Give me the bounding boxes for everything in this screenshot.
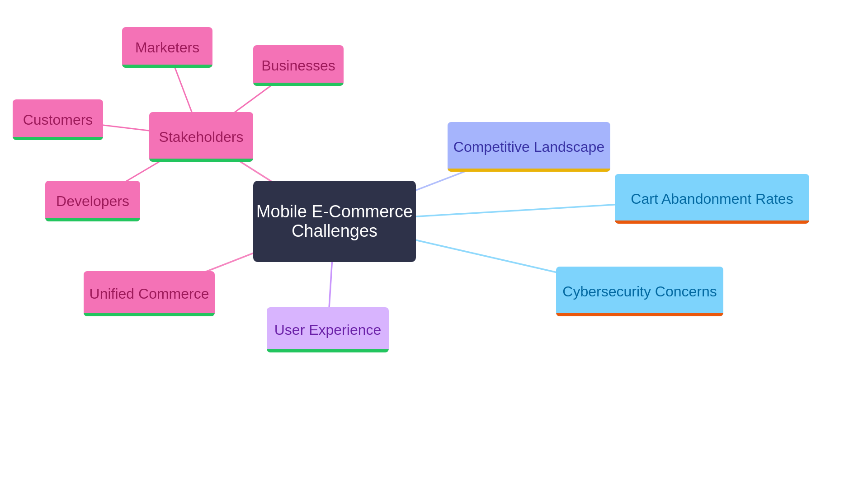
cart-label: Cart Abandonment Rates — [631, 191, 793, 207]
center-label: Mobile E-Commerce Challenges — [256, 202, 413, 241]
unified-label: Unified Commerce — [90, 286, 209, 302]
connections-svg — [0, 0, 868, 488]
marketers-label: Marketers — [135, 39, 199, 56]
businesses-label: Businesses — [261, 57, 335, 74]
center-node: Mobile E-Commerce Challenges — [253, 181, 416, 262]
marketers-node[interactable]: Marketers — [122, 27, 212, 68]
businesses-node[interactable]: Businesses — [253, 45, 344, 86]
developers-label: Developers — [56, 193, 129, 210]
cybersecurity-node[interactable]: Cybersecurity Concerns — [556, 267, 723, 316]
customers-label: Customers — [23, 112, 93, 128]
developers-node[interactable]: Developers — [45, 181, 140, 221]
cybersecurity-label: Cybersecurity Concerns — [562, 283, 717, 300]
user-experience-node[interactable]: User Experience — [267, 307, 389, 352]
unified-commerce-node[interactable]: Unified Commerce — [84, 271, 215, 316]
cart-abandonment-node[interactable]: Cart Abandonment Rates — [615, 174, 809, 224]
stakeholders-label: Stakeholders — [159, 129, 244, 145]
competitive-landscape-node[interactable]: Competitive Landscape — [448, 122, 610, 172]
competitive-label: Competitive Landscape — [453, 139, 604, 155]
customers-node[interactable]: Customers — [13, 99, 103, 140]
userexp-label: User Experience — [274, 322, 382, 338]
stakeholders-node[interactable]: Stakeholders — [149, 112, 253, 162]
